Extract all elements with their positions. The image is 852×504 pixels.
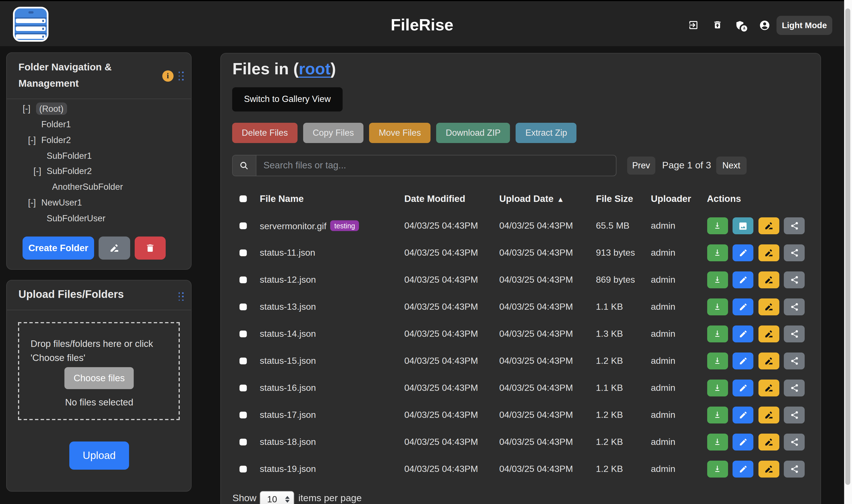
delete-folder-button[interactable] (134, 237, 166, 259)
items-per-page-select[interactable]: 10 (260, 491, 294, 504)
column-header-date-modified[interactable]: Date Modified (404, 194, 465, 204)
tree-collapse-toggle[interactable]: [-] (34, 164, 47, 179)
edit-file-button[interactable] (732, 299, 753, 316)
tree-item-subfolder2[interactable]: [-]SubFolder2 (7, 164, 191, 179)
download-button[interactable] (707, 325, 728, 342)
search-input[interactable] (256, 156, 616, 175)
download-button[interactable] (707, 407, 728, 424)
root-folder-link[interactable]: root (299, 59, 330, 77)
tree-item-newuser1[interactable]: [-]NewUser1 (7, 195, 191, 211)
file-name[interactable]: status-11.json (260, 248, 315, 257)
restore-trash-icon[interactable] (713, 19, 722, 31)
drag-handle-icon[interactable] (179, 72, 184, 80)
toolbar-button-copy[interactable]: Copy Files (303, 123, 363, 143)
rename-file-button[interactable] (758, 325, 779, 342)
row-checkbox[interactable] (240, 412, 247, 418)
select-all-checkbox[interactable] (240, 195, 247, 202)
account-icon[interactable] (759, 19, 770, 31)
download-button[interactable] (707, 380, 728, 396)
column-header-file-name[interactable]: File Name (260, 194, 304, 204)
tree-item-subfolderuser[interactable]: SubFolderUser (7, 211, 191, 227)
toolbar-button-delete[interactable]: Delete Files (232, 123, 297, 143)
drag-handle-icon[interactable] (179, 292, 184, 301)
download-button[interactable] (707, 245, 728, 261)
switch-gallery-view-button[interactable]: Switch to Gallery View (232, 87, 343, 111)
tree-item-root[interactable]: [-](Root) (7, 101, 191, 117)
share-file-button[interactable] (784, 325, 805, 342)
share-file-button[interactable] (784, 271, 805, 288)
rename-file-button[interactable] (758, 299, 779, 316)
light-mode-button[interactable]: Light Mode (777, 16, 832, 35)
file-name[interactable]: status-12.json (260, 275, 316, 284)
download-button[interactable] (707, 461, 728, 478)
preview-image-button[interactable] (732, 217, 753, 234)
rename-file-button[interactable] (758, 217, 779, 234)
column-header-upload-date[interactable]: Upload Date▲ (499, 194, 564, 204)
choose-files-button[interactable]: Choose files (65, 367, 134, 389)
rename-file-button[interactable] (758, 271, 779, 288)
tree-collapse-toggle[interactable]: [-] (28, 195, 41, 211)
download-button[interactable] (707, 271, 728, 288)
file-name[interactable]: status-14.json (260, 329, 316, 339)
row-checkbox[interactable] (240, 222, 247, 229)
row-checkbox[interactable] (240, 384, 247, 391)
rename-file-button[interactable] (758, 434, 779, 450)
rename-file-button[interactable] (758, 407, 779, 424)
toolbar-button-move[interactable]: Move Files (369, 123, 431, 143)
rename-file-button[interactable] (758, 245, 779, 261)
edit-file-button[interactable] (732, 434, 753, 450)
edit-file-button[interactable] (732, 380, 753, 396)
upload-button[interactable]: Upload (69, 442, 129, 470)
next-page-button[interactable]: Next (716, 156, 746, 175)
download-button[interactable] (707, 434, 728, 450)
row-checkbox[interactable] (240, 358, 247, 364)
scrollbar[interactable] (844, 0, 852, 504)
download-button[interactable] (707, 299, 728, 316)
file-name[interactable]: status-17.json (260, 410, 316, 419)
rename-file-button[interactable] (758, 461, 779, 478)
download-button[interactable] (707, 353, 728, 370)
edit-file-button[interactable] (732, 271, 753, 288)
tree-collapse-toggle[interactable]: [-] (28, 132, 41, 148)
row-checkbox[interactable] (240, 466, 247, 472)
toolbar-button-extract[interactable]: Extract Zip (516, 123, 577, 143)
edit-file-button[interactable] (732, 245, 753, 261)
tree-collapse-toggle[interactable]: [-] (22, 101, 36, 117)
file-name[interactable]: status-13.json (260, 302, 316, 311)
share-file-button[interactable] (784, 217, 805, 234)
share-file-button[interactable] (784, 353, 805, 370)
info-icon[interactable]: i (162, 70, 174, 82)
share-file-button[interactable] (784, 434, 805, 450)
edit-file-button[interactable] (732, 353, 753, 370)
share-file-button[interactable] (784, 407, 805, 424)
file-name[interactable]: status-16.json (260, 383, 316, 393)
tree-item-folder2[interactable]: [-]Folder2 (7, 132, 191, 148)
row-checkbox[interactable] (240, 276, 247, 283)
share-file-button[interactable] (784, 380, 805, 396)
rename-file-button[interactable] (758, 380, 779, 396)
download-button[interactable] (707, 217, 728, 234)
tree-item-subfolder1[interactable]: SubFolder1 (7, 148, 191, 164)
row-checkbox[interactable] (240, 250, 247, 256)
share-file-button[interactable] (784, 299, 805, 316)
row-checkbox[interactable] (240, 304, 247, 310)
column-header-file-size[interactable]: File Size (596, 194, 633, 204)
file-name[interactable]: servermonitor.gif (260, 221, 327, 231)
create-folder-button[interactable]: Create Folder (22, 237, 94, 259)
edit-file-button[interactable] (732, 325, 753, 342)
edit-file-button[interactable] (732, 407, 753, 424)
row-checkbox[interactable] (240, 330, 247, 337)
file-name[interactable]: status-15.json (260, 356, 316, 365)
column-header-uploader[interactable]: Uploader (651, 194, 691, 204)
file-name[interactable]: status-18.json (260, 437, 316, 447)
logout-icon[interactable] (688, 19, 699, 30)
admin-shield-icon[interactable] (735, 19, 745, 31)
scrollbar-thumb[interactable] (845, 8, 850, 485)
row-checkbox[interactable] (240, 439, 247, 446)
share-file-button[interactable] (784, 461, 805, 478)
share-file-button[interactable] (784, 245, 805, 261)
toolbar-button-zip[interactable]: Download ZIP (436, 123, 510, 143)
tree-item-anothersubfolder[interactable]: AnotherSubFolder (7, 179, 191, 195)
tree-item-folder1[interactable]: Folder1 (7, 116, 191, 132)
rename-file-button[interactable] (758, 353, 779, 370)
